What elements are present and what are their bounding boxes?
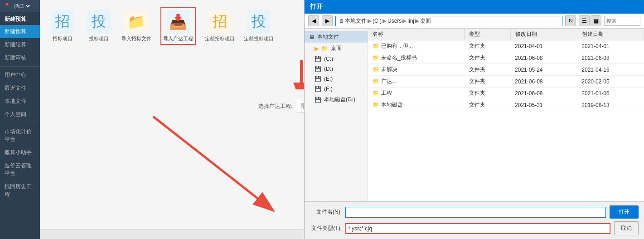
- panel-item-g[interactable]: 💾 本地磁盘(G:): [305, 94, 368, 105]
- filename-row: 文件名(N): 打开: [310, 205, 639, 219]
- toolbar-item-dinge-zhaobiao[interactable]: 招 定额招标项目: [205, 10, 235, 42]
- sidebar-item-find-history[interactable]: 找回历史工程: [0, 180, 40, 201]
- panel-item-d[interactable]: 💾 (D:): [305, 64, 368, 74]
- import-gongda-label: 导入广达工程: [163, 35, 193, 42]
- file-table: 名称 类型 修改日期 创建日期 📁已购有，但... 文件夹 2021-04-01…: [368, 29, 644, 111]
- folder-icon-desktop2: 📁: [321, 45, 328, 52]
- table-row[interactable]: 📁已购有，但... 文件夹 2021-04-01 2021-04-01: [368, 40, 644, 52]
- panel-label-g: 本地磁盘(G:): [324, 96, 355, 103]
- panel-item-f[interactable]: 💾 (F:): [305, 84, 368, 94]
- sidebar-item-budget-assistant[interactable]: 概算小助手: [0, 146, 40, 159]
- search-input[interactable]: [604, 16, 640, 26]
- toolbar-item-import-zhaobiao[interactable]: 📁 导入招标文件: [121, 10, 151, 42]
- sidebar-item-cost-cloud[interactable]: 造价云管理平台: [0, 159, 40, 180]
- filename-input[interactable]: [345, 207, 606, 218]
- back-button[interactable]: ◀: [308, 15, 319, 26]
- panel-item-local[interactable]: 🖥 本地文件: [305, 31, 368, 43]
- file-select-label: 选择广达工程:: [258, 102, 292, 110]
- view-list-btn[interactable]: ☰: [579, 15, 590, 26]
- file-list-area: 名称 类型 修改日期 创建日期 📁已购有，但... 文件夹 2021-04-01…: [368, 29, 644, 201]
- location-selector[interactable]: 📍 浙江: [0, 0, 40, 12]
- drive-icon-f: 💾: [315, 86, 321, 92]
- zhaobiao-icon: 招: [51, 10, 74, 34]
- filename-label: 文件名(N):: [310, 208, 342, 216]
- folder-icon-desktop: ▶: [315, 45, 319, 52]
- dialog-address-bar: ◀ ▶ 🖥 本地文件 ▶ (C:) ▶ Users ▶ linj ▶ 桌面 ↻ …: [305, 14, 644, 29]
- toolbar-item-zhaobiao[interactable]: 招 招标项目: [49, 10, 76, 42]
- toolbar-item-dinge-toubiao[interactable]: 投 定额投标项目: [244, 10, 274, 42]
- dialog-bottom: 文件名(N): 打开 文件类型(T): 取消: [305, 201, 644, 239]
- drive-icon-c: 💾: [315, 56, 321, 62]
- sidebar-item-new-audit[interactable]: 新建审核: [0, 51, 40, 64]
- filetype-input[interactable]: [345, 223, 610, 234]
- table-row[interactable]: 📁广达... 文件夹 2021-06-08 2020-02-05: [368, 76, 644, 88]
- folder-icon-row5: 📁: [373, 102, 379, 108]
- sidebar-item-personal-space[interactable]: 个人空间: [0, 108, 40, 121]
- table-row[interactable]: 📁本地磁盘 文件夹 2021-05-31 2019-08-13: [368, 99, 644, 111]
- file-dialog: 打开 ◀ ▶ 🖥 本地文件 ▶ (C:) ▶ Users ▶ linj ▶ 桌面…: [304, 0, 644, 239]
- dialog-title-bar: 打开: [305, 0, 644, 14]
- toolbar-item-toubiao[interactable]: 投 投标项目: [85, 10, 112, 42]
- forward-button[interactable]: ▶: [322, 15, 333, 26]
- address-path[interactable]: 🖥 本地文件 ▶ (C:) ▶ Users ▶ linj ▶ 桌面: [335, 16, 562, 26]
- address-part-desktop: 桌面: [420, 17, 431, 25]
- col-type[interactable]: 类型: [465, 29, 510, 40]
- dinge-toubiao-icon: 投: [247, 10, 271, 34]
- import-zhaobiao-label: 导入招标文件: [121, 35, 151, 42]
- dinge-zhaobiao-label: 定额招标项目: [205, 35, 235, 42]
- dialog-body: 🖥 本地文件 ▶ 📁 桌面 💾 (C:) 💾 (D:) 💾 (E:) 💾: [305, 29, 644, 201]
- sidebar-section-new: 新建预算: [0, 12, 40, 25]
- panel-label-local: 本地文件: [317, 33, 339, 41]
- drive-icon-d: 💾: [315, 66, 321, 72]
- import-zhaobiao-icon: 📁: [125, 10, 148, 34]
- view-detail-btn[interactable]: ▦: [591, 15, 601, 26]
- folder-icon-row4: 📁: [373, 90, 379, 96]
- panel-label-desktop: 桌面: [331, 44, 342, 52]
- sidebar-item-user-center[interactable]: 用户中心: [0, 68, 40, 82]
- panel-label-f: (F:): [324, 86, 333, 92]
- address-part-user: linj: [407, 18, 414, 24]
- table-row[interactable]: 📁未命名_投标书 文件夹 2021-06-08 2021-06-08: [368, 52, 644, 64]
- panel-label-d: (D:): [324, 66, 333, 72]
- drive-icon-e: 💾: [315, 76, 321, 82]
- local-icon: 🖥: [309, 34, 315, 40]
- col-name[interactable]: 名称: [368, 29, 465, 40]
- filetype-label: 文件类型(T):: [310, 224, 342, 232]
- col-modified[interactable]: 修改日期: [510, 29, 577, 40]
- dialog-left-panel: 🖥 本地文件 ▶ 📁 桌面 💾 (C:) 💾 (D:) 💾 (E:) 💾: [305, 29, 368, 201]
- address-part-c: (C:): [373, 18, 382, 24]
- sidebar-item-new-settlement[interactable]: 新建结算: [0, 38, 40, 51]
- filetype-row: 文件类型(T): 取消: [310, 221, 639, 235]
- folder-icon-row1: 📁: [373, 54, 379, 61]
- panel-label-c: (C:): [324, 56, 333, 62]
- panel-label-e: (E:): [324, 76, 333, 82]
- dialog-open-button[interactable]: 打开: [610, 205, 639, 219]
- col-created[interactable]: 创建日期: [577, 29, 644, 40]
- refresh-button[interactable]: ↻: [565, 15, 576, 26]
- table-row[interactable]: 📁工程 文件夹 2021-06-08 2021-01-06: [368, 88, 644, 99]
- dialog-cancel-button[interactable]: 取消: [614, 221, 639, 235]
- location-dropdown[interactable]: 浙江: [12, 3, 31, 9]
- address-part-users: Users: [387, 18, 402, 24]
- folder-icon-row0: 📁: [373, 43, 379, 49]
- sidebar-divider-2: [0, 123, 40, 123]
- import-gongda-icon: 📥: [166, 10, 190, 34]
- folder-icon-row3: 📁: [373, 78, 379, 84]
- dinge-zhaobiao-icon: 招: [208, 10, 232, 34]
- sidebar-item-market-platform[interactable]: 市场化计价平台: [0, 125, 40, 146]
- sidebar: 📍 浙江 新建预算 新建预算 新建结算 新建审核 用户中心 最近文件 本地文件 …: [0, 0, 40, 239]
- drive-icon-g: 💾: [315, 97, 321, 103]
- panel-item-desktop[interactable]: ▶ 📁 桌面: [305, 43, 368, 54]
- toubiao-label: 投标项目: [89, 35, 109, 42]
- dialog-title: 打开: [310, 3, 323, 11]
- panel-item-c[interactable]: 💾 (C:): [305, 54, 368, 64]
- sidebar-item-local-files[interactable]: 本地文件: [0, 95, 40, 108]
- sidebar-item-new-budget[interactable]: 新建预算: [0, 25, 40, 38]
- table-row[interactable]: 📁未解决 文件夹 2021-05-24 2021-04-16: [368, 64, 644, 76]
- panel-item-e[interactable]: 💾 (E:): [305, 74, 368, 84]
- diagonal-arrow: [140, 107, 276, 216]
- sidebar-item-recent-files[interactable]: 最近文件: [0, 82, 40, 95]
- toolbar-item-import-gongda[interactable]: 📥 导入广达工程: [160, 7, 196, 45]
- sidebar-divider-1: [0, 66, 40, 67]
- address-icon: 🖥: [339, 18, 344, 24]
